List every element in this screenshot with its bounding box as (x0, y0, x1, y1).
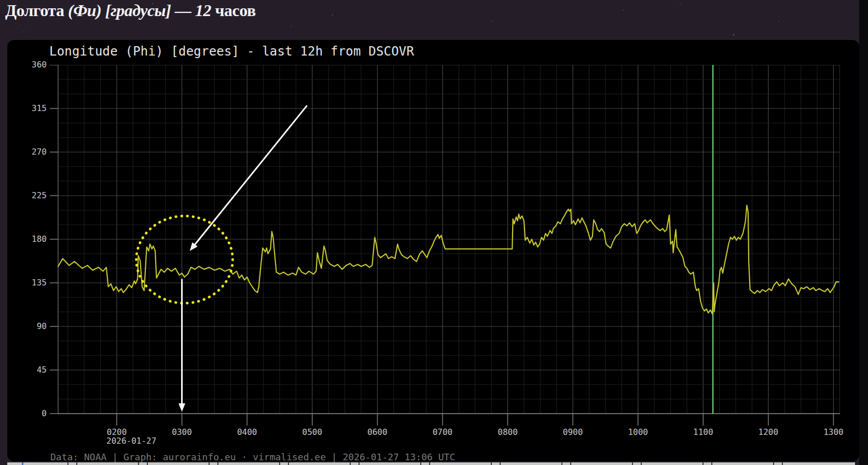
y-axis-tick-label: 135 (11, 278, 47, 288)
phi-line-chart (48, 65, 840, 428)
x-axis-tick-label: 1000 (620, 427, 656, 437)
bottom-strip-tick (138, 462, 139, 465)
screen-right-edge (859, 0, 868, 465)
bottom-strip-tick (773, 462, 774, 465)
x-axis-tick-label: 1300 (815, 427, 851, 437)
bottom-strip-tick (641, 462, 642, 465)
x-axis-date-label: 2026-01-27 (106, 436, 156, 446)
x-axis-tick-label: 1100 (685, 427, 721, 437)
page-title-part3: часов (211, 1, 256, 20)
y-axis-tick-label: 270 (11, 147, 47, 157)
bottom-strip-tick (67, 462, 68, 465)
page-title-part1: Долгота (5, 1, 68, 20)
vertical-arrow-head (178, 403, 185, 412)
bottom-strip-tick (279, 462, 280, 465)
chart-title: Longitude (Phi) [degrees] - last 12h fro… (49, 44, 414, 59)
bottom-strip-tick (782, 462, 783, 465)
bottom-strip-tick (711, 462, 712, 465)
bottom-strip-tick (429, 462, 430, 465)
page-title: Долгота (Фи) [градусы] — 12 часов (5, 1, 256, 20)
bottom-strip-tick (217, 462, 218, 465)
bottom-strip-tick (350, 462, 351, 465)
y-axis-tick-label: 315 (11, 104, 47, 113)
y-axis-tick-label: 45 (11, 365, 47, 375)
page-title-part2: (Фи) [градусы] — 12 (68, 1, 211, 20)
x-axis-tick-label: 1200 (750, 427, 787, 437)
bottom-strip-tick (420, 462, 421, 465)
bottom-strip-blue-mark (22, 462, 23, 465)
bottom-strip-tick (288, 462, 289, 465)
diagonal-arrow-shaft (192, 105, 307, 248)
chart-footer: Data: NOAA | Graph: aurorainfo.eu · virm… (50, 452, 455, 462)
y-axis-tick-label: 360 (11, 60, 47, 70)
bottom-strip-tick (632, 462, 633, 465)
bottom-strip-tick (76, 462, 77, 465)
x-axis-tick-label: 0400 (229, 427, 265, 437)
bottom-strip-tick (359, 462, 360, 465)
bottom-strip-tick (491, 462, 492, 465)
bottom-strip-tick (209, 462, 210, 465)
bottom-strip-tick (702, 462, 704, 465)
x-axis-tick-label: 0900 (555, 427, 591, 437)
dotted-ellipse-annotation (136, 216, 233, 303)
x-axis-tick-label: 0600 (359, 427, 395, 437)
y-axis-tick-label: 90 (11, 322, 47, 331)
y-axis-tick-label: 0 (11, 409, 47, 418)
x-axis-tick-label: 0500 (294, 427, 330, 437)
x-axis-tick-label: 0300 (164, 427, 200, 437)
bottom-strip-tick (500, 462, 501, 465)
bottom-strip-tick (570, 462, 571, 465)
x-axis-tick-label: 0800 (490, 427, 526, 437)
y-axis-tick-label: 180 (11, 235, 47, 244)
y-axis-tick-label: 225 (11, 191, 47, 200)
next-chart-top-edge (7, 462, 855, 465)
bottom-strip-tick (147, 462, 148, 465)
x-axis-tick-label: 0700 (424, 427, 461, 437)
screen: Долгота (Фи) [градусы] — 12 часов Longit… (0, 0, 868, 465)
chart-panel: Longitude (Phi) [degrees] - last 12h fro… (7, 40, 859, 461)
bottom-strip-tick (561, 462, 562, 465)
